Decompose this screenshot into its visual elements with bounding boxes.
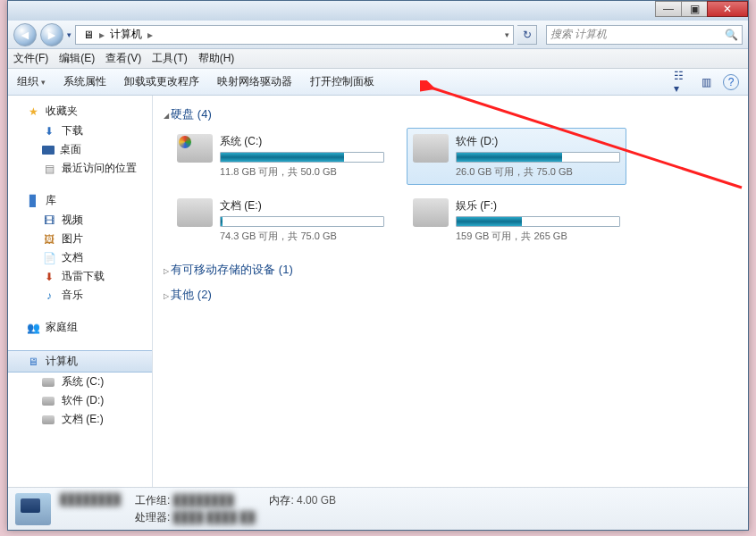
drive-icon <box>42 378 55 387</box>
back-button[interactable]: ◄ <box>13 23 37 46</box>
video-icon: 🎞 <box>42 214 56 228</box>
content-pane: 硬盘 (4) 系统 (C:) 11.8 GB 可用，共 50.0 GB 软件 (… <box>153 96 748 487</box>
label: 库 <box>46 193 56 208</box>
drive-subtext: 11.8 GB 可用，共 50.0 GB <box>220 165 384 179</box>
label: 文档 <box>62 250 83 265</box>
address-dropdown-icon[interactable]: ▾ <box>505 30 509 39</box>
label: 家庭组 <box>46 320 78 335</box>
status-cpu-label: 处理器: <box>135 511 170 523</box>
forward-button[interactable]: ► <box>40 23 63 46</box>
status-cpu-value: ████ ████ ██ <box>173 511 256 523</box>
toolbar-map-network-drive[interactable]: 映射网络驱动器 <box>217 74 292 89</box>
nav-history-dropdown[interactable]: ▾ <box>67 30 71 39</box>
breadcrumb-computer[interactable]: 计算机 <box>106 26 146 44</box>
sidebar-computer[interactable]: 🖥计算机 <box>8 350 152 373</box>
thunder-icon: ⬇ <box>42 270 56 284</box>
toolbar-uninstall-program[interactable]: 卸载或更改程序 <box>124 74 199 89</box>
drive-item[interactable]: 系统 (C:) 11.8 GB 可用，共 50.0 GB <box>171 128 391 185</box>
drive-item[interactable]: 文档 (E:) 74.3 GB 可用，共 75.0 GB <box>171 192 391 249</box>
drive-icon <box>42 397 55 406</box>
drive-subtext: 74.3 GB 可用，共 75.0 GB <box>220 230 384 243</box>
menu-bar: 文件(F) 编辑(E) 查看(V) 工具(T) 帮助(H) <box>8 49 748 69</box>
group-hard-disks[interactable]: 硬盘 (4) <box>160 103 741 128</box>
organize-button[interactable]: 组织 <box>17 74 46 89</box>
search-box[interactable]: 搜索 计算机 🔍 <box>546 25 743 45</box>
toolbar-system-properties[interactable]: 系统属性 <box>63 74 106 89</box>
drive-subtext: 159 GB 可用，共 265 GB <box>456 230 620 243</box>
drive-icon <box>177 134 213 163</box>
sidebar-item-thunder[interactable]: ⬇迅雷下载 <box>8 267 152 286</box>
explorer-window: — ▣ ✕ ◄ ► ▾ 🖥 ▸ 计算机 ▸ ▾ ↻ 搜索 计算机 🔍 文件(F)… <box>7 0 749 531</box>
drive-name: 系统 (C:) <box>220 134 384 149</box>
drive-icon <box>413 134 449 163</box>
library-icon: ▊ <box>26 194 40 208</box>
toolbar: 组织 系统属性 卸载或更改程序 映射网络驱动器 打开控制面板 ☷ ▾ ▥ ? <box>8 69 748 96</box>
sidebar-item-documents[interactable]: 📄文档 <box>8 248 152 267</box>
maximize-button[interactable]: ▣ <box>681 1 708 17</box>
drive-item[interactable]: 软件 (D:) 26.0 GB 可用，共 75.0 GB <box>407 128 626 185</box>
drive-name: 软件 (D:) <box>456 134 620 149</box>
label: 最近访问的位置 <box>62 161 137 176</box>
body: ★收藏夹 ⬇下载 桌面 ▤最近访问的位置 ▊库 🎞视频 🖼图片 📄文档 ⬇迅雷下… <box>8 96 748 487</box>
sidebar-item-recent[interactable]: ▤最近访问的位置 <box>8 159 152 178</box>
drives-list: 系统 (C:) 11.8 GB 可用，共 50.0 GB 软件 (D:) 26.… <box>160 128 741 249</box>
sidebar-favorites[interactable]: ★收藏夹 <box>8 101 152 121</box>
computer-large-icon <box>15 493 51 525</box>
drive-icon <box>42 415 55 424</box>
homegroup-icon: 👥 <box>26 321 40 335</box>
status-bar: ████████ 工作组: ████████ 内存: 4.00 GB 处理器: … <box>8 487 748 530</box>
label: 系统 (C:) <box>62 374 104 389</box>
help-icon[interactable]: ? <box>723 74 739 90</box>
star-icon: ★ <box>26 105 40 119</box>
drive-info: 系统 (C:) 11.8 GB 可用，共 50.0 GB <box>220 134 384 179</box>
group-removable[interactable]: 有可移动存储的设备 (1) <box>160 258 741 283</box>
computer-icon: 🖥 <box>26 355 40 369</box>
address-bar[interactable]: 🖥 ▸ 计算机 ▸ ▾ <box>75 25 514 45</box>
sidebar-favorites-label: 收藏夹 <box>46 104 78 119</box>
close-button[interactable]: ✕ <box>707 1 748 17</box>
status-memory-value: 4.00 GB <box>297 494 336 507</box>
sidebar-item-drive-e[interactable]: 文档 (E:) <box>8 410 152 429</box>
status-details: ████████ 工作组: ████████ 内存: 4.00 GB 处理器: … <box>60 493 350 525</box>
sidebar-item-pictures[interactable]: 🖼图片 <box>8 230 152 248</box>
drive-info: 娱乐 (F:) 159 GB 可用，共 265 GB <box>456 198 620 243</box>
label: 文档 (E:) <box>62 412 104 427</box>
label: 图片 <box>62 231 83 247</box>
titlebar: — ▣ ✕ <box>8 1 748 21</box>
capacity-bar <box>456 216 620 227</box>
status-workgroup-label: 工作组: <box>135 494 170 507</box>
label: 软件 (D:) <box>62 393 104 408</box>
drive-name: 文档 (E:) <box>220 198 384 214</box>
drive-info: 软件 (D:) 26.0 GB 可用，共 75.0 GB <box>456 134 620 179</box>
minimize-button[interactable]: — <box>655 1 682 17</box>
sidebar-item-drive-c[interactable]: 系统 (C:) <box>8 373 152 391</box>
sidebar-item-drive-d[interactable]: 软件 (D:) <box>8 391 152 410</box>
preview-pane-icon[interactable]: ▥ <box>698 74 714 90</box>
label: 下载 <box>62 123 83 138</box>
menu-file[interactable]: 文件(F) <box>13 51 48 66</box>
sidebar-item-downloads[interactable]: ⬇下载 <box>8 121 152 140</box>
status-workgroup-value: ████████ <box>173 494 234 507</box>
search-placeholder: 搜索 计算机 <box>550 27 607 42</box>
refresh-button[interactable]: ↻ <box>517 25 537 45</box>
capacity-bar <box>220 216 384 227</box>
drive-info: 文档 (E:) 74.3 GB 可用，共 75.0 GB <box>220 198 384 243</box>
drive-item[interactable]: 娱乐 (F:) 159 GB 可用，共 265 GB <box>407 192 626 249</box>
sidebar: ★收藏夹 ⬇下载 桌面 ▤最近访问的位置 ▊库 🎞视频 🖼图片 📄文档 ⬇迅雷下… <box>8 96 153 487</box>
menu-help[interactable]: 帮助(H) <box>198 51 235 66</box>
group-other[interactable]: 其他 (2) <box>160 283 741 308</box>
label: 桌面 <box>60 142 81 157</box>
toolbar-open-control-panel[interactable]: 打开控制面板 <box>310 74 374 89</box>
view-options-icon[interactable]: ☷ ▾ <box>673 74 689 90</box>
menu-view[interactable]: 查看(V) <box>105 51 141 66</box>
capacity-bar <box>456 152 620 163</box>
sidebar-item-music[interactable]: ♪音乐 <box>8 286 152 305</box>
sidebar-item-desktop[interactable]: 桌面 <box>8 140 152 159</box>
menu-edit[interactable]: 编辑(E) <box>59 51 95 66</box>
sidebar-item-videos[interactable]: 🎞视频 <box>8 211 152 230</box>
sidebar-homegroup[interactable]: 👥家庭组 <box>8 317 152 338</box>
menu-tools[interactable]: 工具(T) <box>152 51 187 66</box>
computer-icon: 🖥 <box>80 26 97 44</box>
sidebar-libraries[interactable]: ▊库 <box>8 190 152 211</box>
label: 计算机 <box>46 354 78 369</box>
